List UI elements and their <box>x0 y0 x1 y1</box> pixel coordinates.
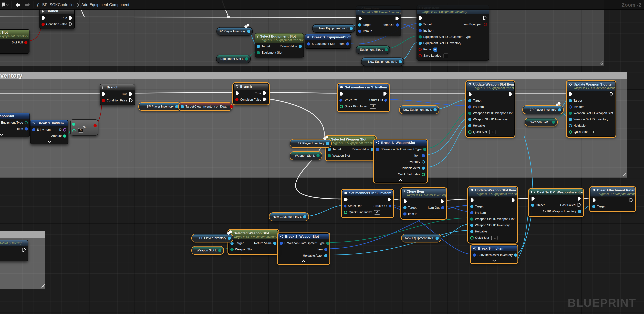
exec-pin[interactable] <box>263 91 267 96</box>
reroute-node[interactable] <box>556 102 561 107</box>
variable-pill-new-equipment-inv-l[interactable]: New Equipment Inv L <box>269 212 309 221</box>
bool-pin[interactable] <box>94 124 97 127</box>
expand-chevron-down[interactable] <box>0 133 30 137</box>
checkbox-checked[interactable] <box>433 47 437 52</box>
node-break-invitem-bottom[interactable]: Break S_InvItemS Inv ItemMaster Inventor… <box>471 245 518 263</box>
obj-pin[interactable] <box>592 205 596 208</box>
obj2-pin[interactable] <box>441 206 444 209</box>
reroute-node[interactable] <box>323 136 329 141</box>
exec-pin[interactable] <box>403 199 407 204</box>
node-set-members-mid[interactable]: Set members in S_InvItemStruct RefStruct… <box>338 84 389 111</box>
obj-pin[interactable] <box>257 45 260 48</box>
obj2-pin[interactable] <box>358 30 361 33</box>
exec-pin[interactable] <box>610 92 614 97</box>
variable-pill-weapon-slot-l[interactable]: Weapon Slot L <box>524 118 558 127</box>
obj-pin[interactable] <box>531 204 534 207</box>
exec-pin[interactable] <box>358 16 362 21</box>
node-break-weaponslot-bottom[interactable]: Break S_WeaponSlotS Weapon SlotEquipment… <box>278 233 330 264</box>
obj2-pin[interactable] <box>346 42 349 45</box>
obj-pin[interactable] <box>569 118 572 121</box>
struct-pin[interactable] <box>339 98 343 102</box>
expand-chevron-down[interactable] <box>30 141 68 144</box>
pin-default-value[interactable]: -1 <box>491 236 498 240</box>
variable-pill-bp-player-inventory[interactable]: BP Player Inventory <box>138 102 181 111</box>
back-button[interactable] <box>14 1 21 8</box>
node-clone-item-bottom[interactable]: ƒClone ItemTarget is BP Master Inventory… <box>401 188 446 219</box>
enum-pin[interactable] <box>468 112 472 115</box>
obj-pin[interactable] <box>468 118 472 121</box>
node-break-equipmentslot[interactable]: Break S_EquipmentSlotS Equipment SlotIte… <box>305 34 351 49</box>
reroute-node[interactable] <box>244 24 250 29</box>
byte-pin[interactable] <box>63 128 66 132</box>
enum-pin[interactable] <box>418 35 422 38</box>
node-equipment-slot-partial[interactable]: ƒEquipment SlotTarget is BP Equipment In… <box>0 29 30 54</box>
node-update-weapon-slot-item-1[interactable]: Update Weapon Slot ItemTarget is BP Equi… <box>466 81 514 137</box>
comment-title[interactable] <box>0 231 46 238</box>
pin-default-value[interactable]: -1 <box>590 130 596 134</box>
int-pin[interactable] <box>569 130 572 134</box>
exec-pin[interactable] <box>42 15 46 21</box>
enum-pin[interactable] <box>385 48 388 51</box>
pin-default-value[interactable]: 0 <box>78 128 83 133</box>
obj-pin[interactable] <box>569 124 572 127</box>
node-update-weapon-slot-item-3[interactable]: Update Weapon Slot ItemTarget is BP Equi… <box>468 187 517 243</box>
booldark-pin[interactable] <box>484 23 487 26</box>
node-break-invitem-left[interactable]: Break S_InvItemS Inv ItemIDAmount <box>30 120 68 144</box>
obj-pin[interactable] <box>181 105 184 108</box>
green-pin[interactable] <box>72 123 75 126</box>
exec-pin[interactable] <box>508 92 512 97</box>
exec-pin[interactable] <box>577 196 581 202</box>
int-pin[interactable] <box>344 211 347 214</box>
obj2-pin[interactable] <box>32 128 36 131</box>
variable-pill-weapon-slot-l[interactable]: Weapon Slot L <box>192 246 224 255</box>
bool-pin[interactable] <box>418 54 422 57</box>
checkbox[interactable] <box>444 53 448 58</box>
obj2-pin[interactable] <box>470 211 474 214</box>
variable-pill-new-equipment-inv-l[interactable]: New Equipment Inv L <box>361 57 404 66</box>
expand-chevron-down[interactable] <box>471 260 517 263</box>
node-update-weapon-slot-item-2[interactable]: Update Weapon Slot ItemTarget is BP Equi… <box>567 81 616 137</box>
obj2-pin[interactable] <box>24 127 28 131</box>
node-clear-attachment-references[interactable]: Clear Attachment ReferencesTarget is BP … <box>590 187 635 211</box>
obj2-pin[interactable] <box>422 154 425 157</box>
variable-pill-new-equipment-inv-l[interactable]: New Equipment Inv L <box>399 105 439 114</box>
obj-pin[interactable] <box>470 230 474 233</box>
comment-title[interactable]: ventory <box>0 72 627 79</box>
bool-pin[interactable] <box>24 41 28 44</box>
node-branch-mid-left[interactable]: BranchTrueConditionFalse <box>100 84 135 105</box>
variable-pill-weapon-slot-l[interactable]: Weapon Slot L <box>290 151 322 160</box>
enum-pin[interactable] <box>326 242 330 245</box>
obj-pin[interactable] <box>422 166 425 170</box>
bool-pin[interactable] <box>102 99 105 102</box>
struct-pin[interactable] <box>384 98 388 102</box>
obj2-pin[interactable] <box>376 148 379 151</box>
obj2-pin[interactable] <box>396 23 399 26</box>
variable-pill-new-equipment-inv-l[interactable]: New Equipment Inv L <box>312 24 355 33</box>
int-pin[interactable] <box>422 173 425 176</box>
obj-pin[interactable] <box>403 206 406 209</box>
exec-pin[interactable] <box>483 16 487 21</box>
reroute-node[interactable] <box>227 15 232 21</box>
comment-resize-handle[interactable] <box>622 172 626 177</box>
bookmark-button[interactable] <box>2 1 9 8</box>
struct-pin[interactable] <box>388 204 392 208</box>
node-selected-weapon-slot-mid[interactable]: ƒSelected Weapon SlotTarget is BP Equipm… <box>326 136 376 160</box>
enum-pin[interactable] <box>328 154 331 157</box>
obj2-pin[interactable] <box>324 248 328 251</box>
obj2-pin[interactable] <box>468 105 472 109</box>
obj-pin[interactable] <box>470 205 474 208</box>
comment-resize-handle[interactable] <box>40 283 45 289</box>
pin-default-value[interactable]: -1 <box>374 210 380 215</box>
exec-pin[interactable] <box>68 22 73 27</box>
exec-pin[interactable] <box>577 203 581 208</box>
bool-pin[interactable] <box>42 23 45 26</box>
exec-pin[interactable] <box>340 91 344 97</box>
obj-pin[interactable] <box>434 108 437 111</box>
node-break-weaponslot-partial[interactable]: Break S_WeaponSlotS Weapon SlotEquipment… <box>0 113 30 137</box>
comment-resize-handle[interactable] <box>599 60 603 65</box>
obj-pin[interactable] <box>228 237 231 240</box>
enum-pin[interactable] <box>24 121 28 124</box>
exec-pin[interactable] <box>592 198 596 203</box>
obj-pin[interactable] <box>436 237 439 240</box>
obj2-pin[interactable] <box>403 212 406 216</box>
